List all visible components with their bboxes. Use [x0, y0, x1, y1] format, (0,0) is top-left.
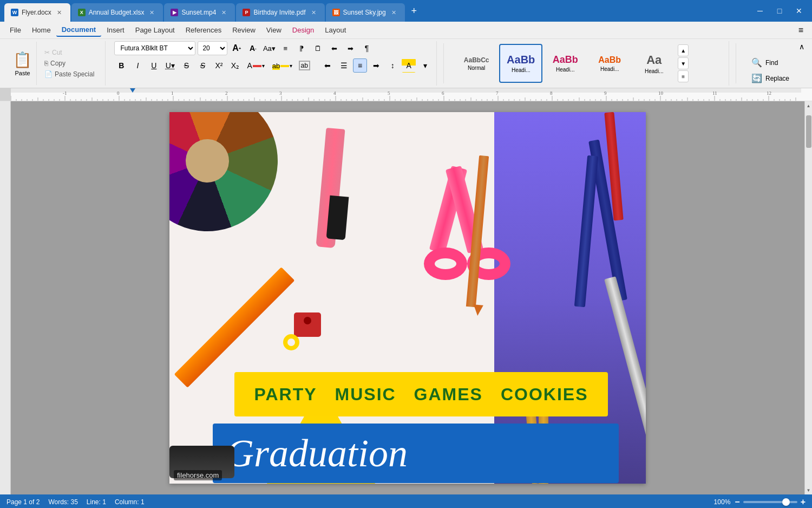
close-button[interactable]: ✕	[790, 3, 808, 18]
ribbon-collapse-button[interactable]: ∧	[798, 41, 806, 52]
tab-flyer[interactable]: W Flyer.docx ✕	[4, 3, 70, 22]
zoom-slider[interactable]	[743, 501, 797, 503]
tab-bar: W Flyer.docx ✕ X Annual Budget.xlsx ✕ ▶ …	[4, 0, 751, 22]
tab-close-sky[interactable]: ✕	[389, 8, 398, 17]
page-info: Page 1 of 2	[6, 498, 40, 506]
highlight-color-button[interactable]: ab ▾	[270, 60, 295, 71]
blue-graduation-banner: Graduation	[213, 424, 619, 483]
indent-increase-button[interactable]: ➡	[343, 41, 357, 55]
scroll-thumb[interactable]	[806, 115, 811, 148]
menu-item-file[interactable]: File	[4, 24, 27, 36]
replace-button[interactable]: 🔄 Replace	[747, 71, 794, 86]
style-label-2: Headi...	[556, 67, 574, 73]
zoom-plus-button[interactable]: +	[801, 497, 806, 507]
font-size-increase-button[interactable]: A+	[230, 41, 244, 55]
menu-hamburger-button[interactable]: ≡	[794, 23, 808, 37]
new-tab-button[interactable]: +	[406, 3, 422, 19]
list-style-button[interactable]: 🗒	[311, 41, 325, 55]
paste-button[interactable]: 📋 Paste	[9, 42, 37, 85]
cut-button[interactable]: ✂ Cut	[42, 48, 96, 57]
style-label-1: Headi...	[512, 67, 530, 73]
underline-style-button[interactable]: U▾	[163, 58, 177, 73]
paste-special-label: Paste Special	[55, 70, 94, 78]
tab-close-birthday[interactable]: ✕	[309, 8, 318, 17]
styles-expand-button[interactable]: ≡	[678, 70, 689, 82]
scroll-down-arrow[interactable]: ▼	[805, 486, 813, 494]
unordered-list-button[interactable]: ≡	[278, 41, 292, 55]
sharpener-hole	[304, 317, 311, 324]
scissors	[408, 166, 505, 302]
italic-button[interactable]: I	[130, 58, 145, 73]
yellow-banner: PARTY MUSIC GAMES COOKIES	[234, 372, 608, 416]
ruler-content	[11, 88, 812, 101]
align-justify-button[interactable]: ≡	[353, 58, 367, 73]
tab-close-budget[interactable]: ✕	[147, 8, 156, 17]
tab-sunset[interactable]: ▶ Sunset.mp4 ✕	[164, 3, 235, 22]
align-right-button[interactable]: ➡	[369, 58, 383, 73]
style-item-4[interactable]: Aa Headi...	[632, 44, 676, 83]
format-ab-button[interactable]: ab	[297, 58, 311, 73]
menu-item-home[interactable]: Home	[27, 24, 56, 36]
paste-special-button[interactable]: 📄 Paste Special	[42, 69, 96, 79]
subscript-button[interactable]: X₂	[228, 58, 242, 73]
ruler-left-margin	[0, 88, 11, 101]
menu-item-insert[interactable]: Insert	[101, 24, 130, 36]
font-color-button[interactable]: A ▾	[244, 60, 267, 71]
shading-dropdown-button[interactable]: ▾	[418, 58, 432, 73]
ribbon-divider-1	[443, 43, 444, 83]
style-item-0[interactable]: AaBbCc Normal	[455, 44, 498, 83]
styles-scroll-up-button[interactable]: ▲	[678, 44, 689, 56]
menu-item-review[interactable]: Review	[227, 24, 261, 36]
bold-button[interactable]: B	[114, 58, 128, 73]
tab-close-flyer[interactable]: ✕	[55, 8, 64, 17]
strikethrough2-button[interactable]: S	[195, 58, 209, 73]
tab-icon-flyer: W	[11, 9, 18, 16]
ordered-list-button[interactable]: ⁋	[294, 41, 309, 55]
minimize-button[interactable]: ─	[751, 3, 769, 18]
menu-item-layout[interactable]: Layout	[319, 24, 351, 36]
style-item-3[interactable]: AaBb Headi...	[588, 44, 631, 83]
style-label-4: Headi...	[645, 68, 663, 74]
document-page: PARTY MUSIC GAMES COOKIES Graduation fil…	[169, 112, 646, 484]
align-center-button[interactable]: ☰	[337, 58, 351, 73]
menu-item-page-layout[interactable]: Page Layout	[130, 24, 180, 36]
shading-button[interactable]: A	[402, 58, 416, 73]
scroll-up-arrow[interactable]: ▲	[805, 101, 813, 110]
menu-item-document[interactable]: Document	[56, 23, 102, 37]
tab-sky[interactable]: 🖼 Sunset Sky.jpg ✕	[326, 3, 405, 22]
line-spacing-button[interactable]: ↕	[385, 58, 400, 73]
scroll-track[interactable]	[805, 110, 812, 486]
find-button[interactable]: 🔍 Find	[747, 55, 782, 70]
menu-item-references[interactable]: References	[180, 24, 227, 36]
superscript-button[interactable]: X²	[212, 58, 226, 73]
menu-item-design[interactable]: Design	[287, 24, 319, 36]
column-info: Column: 1	[115, 498, 145, 506]
copy-button[interactable]: ⎘ Copy	[42, 58, 96, 68]
paragraph-mark-button[interactable]: ¶	[359, 41, 374, 55]
menu-item-view[interactable]: View	[261, 24, 287, 36]
zoom-minus-button[interactable]: −	[735, 497, 739, 507]
underline-button[interactable]: U	[147, 58, 161, 73]
document-area[interactable]: PARTY MUSIC GAMES COOKIES Graduation fil…	[11, 101, 804, 494]
font-size-select[interactable]: 20 12 14 16 18 24 28 36	[198, 41, 227, 55]
font-family-select[interactable]: Futura XBlklt BT	[114, 41, 195, 55]
align-left-button[interactable]: ⬅	[320, 58, 335, 73]
tab-budget[interactable]: X Annual Budget.xlsx ✕	[71, 3, 163, 22]
style-item-1[interactable]: AaBb Headi...	[499, 44, 542, 83]
tab-icon-budget: X	[78, 9, 86, 16]
vertical-scrollbar[interactable]: ▲ ▼	[804, 101, 812, 494]
menu-bar: FileHomeDocumentInsertPage LayoutReferen…	[0, 22, 812, 39]
strikethrough-button[interactable]: S	[179, 58, 193, 73]
tab-birthday[interactable]: P Birthday Invite.pdf ✕	[236, 3, 324, 22]
zoom-slider-thumb[interactable]	[782, 498, 790, 506]
font-size-decrease-button[interactable]: A-	[246, 41, 260, 55]
scissors-ring-1	[424, 248, 467, 280]
watermark-label: filehorse.com	[174, 470, 222, 480]
maximize-button[interactable]: □	[771, 3, 788, 18]
replace-icon: 🔄	[751, 73, 762, 83]
styles-scroll-down-button[interactable]: ▼	[678, 57, 689, 69]
font-case-button[interactable]: Aa▾	[262, 41, 276, 55]
indent-decrease-button[interactable]: ⬅	[327, 41, 341, 55]
style-item-2[interactable]: AaBb Headi...	[543, 44, 587, 83]
tab-close-sunset[interactable]: ✕	[219, 8, 228, 17]
